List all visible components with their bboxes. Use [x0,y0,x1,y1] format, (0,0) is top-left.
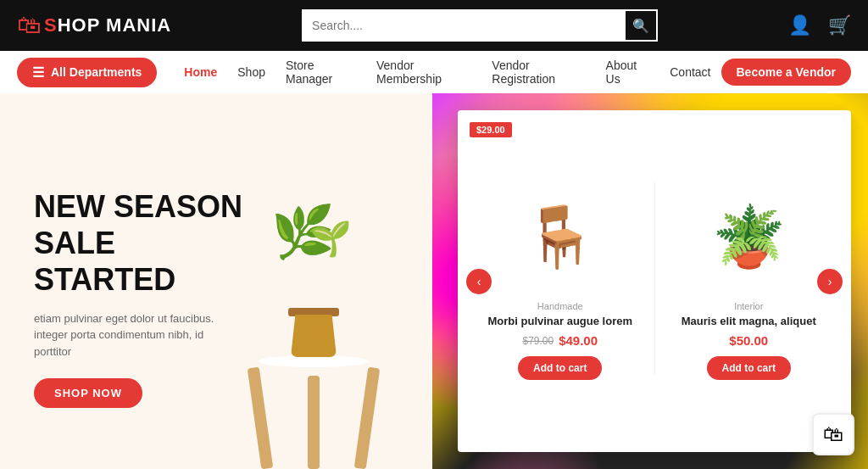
product-item-1: 🪑 Handmade Morbi pulvinar augue lorem $7… [475,177,646,381]
header-icons: 👤 🛒 [788,14,851,36]
logo[interactable]: 🛍 SHOP MANIA [17,14,171,37]
nav-links: Home Shop Store Manager Vendor Membershi… [174,59,721,86]
hero-description: etiam pulvinar eget dolor ut faucibus. i… [34,310,220,360]
product-name-2: Mauris elit magna, aliquet [682,315,816,329]
product-divider [654,182,655,374]
table-leg-right [354,367,381,469]
cart-icon[interactable]: 🛒 [828,14,851,36]
floating-cart-button[interactable]: 🛍 [812,413,854,455]
plant-leaves [280,236,348,312]
shop-now-button[interactable]: SHOP NOW [34,378,142,408]
hero-title: NEW SEASON SALE STARTED [34,188,254,299]
logo-text: SHOP MANIA [44,14,171,36]
search-input[interactable] [302,9,624,42]
main-content: NEW SEASON SALE STARTED etiam pulvinar e… [0,93,868,469]
hero-plant-illustration [229,198,398,469]
price-old-1: $79.00 [522,335,554,347]
pot-body [291,315,337,357]
search-bar: 🔍 [302,9,658,42]
nav-link-vendor-registration[interactable]: Vendor Registration [481,59,595,86]
hamburger-icon: ☰ [32,64,44,81]
user-icon[interactable]: 👤 [788,14,811,36]
carousel-next-button[interactable]: › [817,269,843,294]
product-image-2: 🪴 [702,177,795,296]
right-panel: $29.00 ‹ › 🪑 Handmade Morbi pulvinar aug… [432,93,868,469]
logo-bag-icon: 🛍 [17,14,41,37]
products-row: 🪑 Handmade Morbi pulvinar augue lorem $7… [458,110,851,438]
header: 🛍 SHOP MANIA 🔍 👤 🛒 [0,0,868,51]
search-button[interactable]: 🔍 [624,9,658,42]
product-image-1: 🪑 [514,177,607,296]
become-vendor-button[interactable]: Become a Vendor [721,59,852,86]
product-category-2: Interior [734,301,763,311]
nav-link-home[interactable]: Home [174,65,227,79]
hero-section: NEW SEASON SALE STARTED etiam pulvinar e… [0,93,432,469]
product-card-overlay: $29.00 ‹ › 🪑 Handmade Morbi pulvinar aug… [458,110,851,452]
nav-link-shop[interactable]: Shop [227,65,275,79]
nav-link-store-manager[interactable]: Store Manager [275,59,366,86]
product-name-1: Morbi pulvinar augue lorem [488,315,632,329]
nav-link-vendor-membership[interactable]: Vendor Membership [366,59,481,86]
search-icon: 🔍 [632,18,649,34]
price-new-1: $49.00 [559,333,598,348]
table-top [259,355,369,367]
price-badge: $29.00 [470,122,512,137]
product-price-2: $50.00 [729,333,768,348]
price-single-2: $50.00 [729,333,768,348]
add-to-cart-button-1[interactable]: Add to cart [518,356,602,380]
all-departments-label: All Departments [51,65,142,79]
product-price-1: $79.00 $49.00 [522,333,598,348]
table-leg-center [308,376,320,469]
add-to-cart-button-2[interactable]: Add to cart [707,356,791,380]
product-category-1: Handmade [537,301,583,311]
navigation: ☰ All Departments Home Shop Store Manage… [0,51,868,93]
logo-text-s: S [44,14,58,36]
carousel-prev-button[interactable]: ‹ [466,269,492,294]
nav-link-contact[interactable]: Contact [659,65,721,79]
hero-content: NEW SEASON SALE STARTED etiam pulvinar e… [34,188,254,408]
nav-link-about-us[interactable]: About Us [596,59,660,86]
product-item-2: 🪴 Interior Mauris elit magna, aliquet $5… [664,177,835,381]
all-departments-button[interactable]: ☰ All Departments [17,58,157,87]
